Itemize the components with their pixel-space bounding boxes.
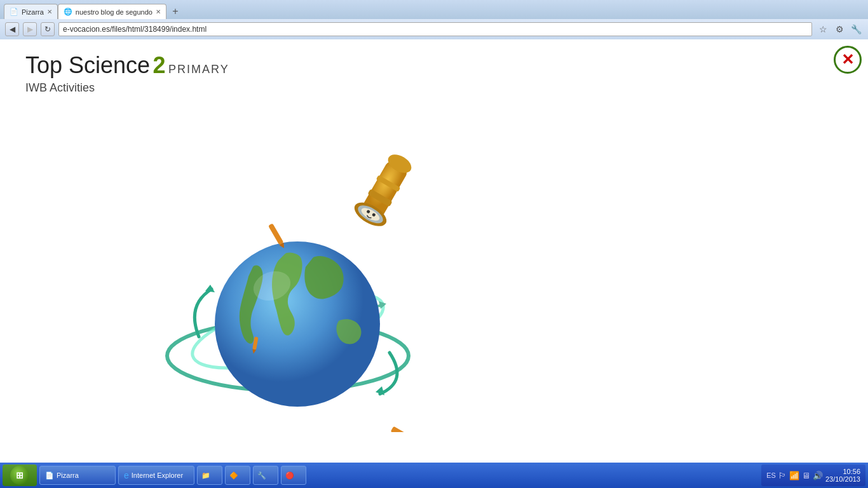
menu-item-4[interactable]: 4 Keeping healthy (601, 130, 849, 156)
menu-num-5: 5 (601, 158, 630, 184)
menu-label-11: Landscapes (630, 333, 849, 360)
right-panel: 1 You and me 2 Your body 3 Food 4 Keepin… (601, 39, 868, 482)
close-button[interactable]: ✕ (834, 46, 862, 74)
svg-rect-18 (391, 426, 416, 432)
menu-label-8: Animals (630, 245, 849, 272)
close-icon: ✕ (841, 51, 854, 69)
menu-item-13[interactable]: 13 Transport (601, 389, 849, 416)
taskbar-pizarra-icon: 📄 (45, 471, 54, 480)
taskbar-tray: ES 🏳 📶 🖥 🔊 10:56 23/10/2013 (761, 464, 865, 486)
title-sub: IWB Activities (25, 81, 229, 95)
tab-label: Pizarra (22, 8, 44, 16)
address-bar[interactable]: e-vocacion.es/files/html/318499/index.ht… (58, 22, 812, 36)
menu-item-11[interactable]: 11 Landscapes (601, 333, 849, 360)
menu-item-9[interactable]: 9 Other animals (601, 273, 849, 300)
taskbar-tool-icon: 🔧 (257, 471, 266, 480)
taskbar-media[interactable]: 🔶 (225, 466, 250, 485)
tab-close-2[interactable]: ✕ (156, 8, 161, 15)
menu-num-4: 4 (601, 130, 630, 156)
title-area: Top Science 2 PRIMARY IWB Activities (25, 52, 229, 95)
start-button[interactable]: ⊞ (3, 464, 37, 486)
menu-num-14: 14 (601, 417, 630, 444)
start-orb: ⊞ (10, 466, 29, 485)
menu-num-1: 1 (601, 46, 630, 72)
taskbar-folder[interactable]: 📁 (197, 466, 222, 485)
taskbar-chrome-icon: 🔴 (285, 471, 294, 480)
menu-label-3: Food (630, 102, 849, 128)
menu-item-1[interactable]: 1 You and me (601, 46, 849, 72)
menu-label-13: Transport (630, 389, 849, 416)
menu-label-5: Air and water (630, 158, 849, 184)
menu-label-9: Other animals (630, 273, 849, 300)
menu-item-5[interactable]: 5 Air and water (601, 158, 849, 184)
main-content: Top Science 2 PRIMARY IWB Activities (0, 39, 868, 482)
taskbar: ⊞ 📄 Pizarra e Internet Explorer 📁 🔶 🔧 🔴 … (0, 463, 868, 488)
menu-num-6: 6 (601, 189, 630, 216)
back-button[interactable]: ◀ (5, 22, 19, 36)
nav-icons: ☆ ⚙ 🔧 (816, 22, 863, 36)
taskbar-tool[interactable]: 🔧 (253, 466, 278, 485)
new-tab-button[interactable]: + (166, 4, 184, 19)
wrench-icon[interactable]: 🔧 (849, 22, 863, 36)
tray-time: 10:56 (825, 468, 860, 475)
menu-label-6: Planet Earth (630, 189, 849, 216)
taskbar-ie[interactable]: e Internet Explorer (118, 466, 194, 485)
address-text: e-vocacion.es/files/html/318499/index.ht… (63, 25, 207, 34)
menu-label-4: Keeping healthy (630, 130, 849, 156)
tab-favicon-2: 🌐 (64, 8, 72, 16)
svg-marker-2 (205, 285, 215, 292)
tray-clock: 10:56 23/10/2013 (825, 468, 860, 483)
tray-sound-icon: 🔊 (813, 471, 823, 480)
tray-date: 23/10/2013 (825, 475, 860, 483)
menu-item-3[interactable]: 3 Food (601, 102, 849, 128)
menu-item-12[interactable]: 12 Living together (601, 361, 849, 388)
menu-item-10[interactable]: 10 Plants (601, 301, 849, 328)
tab-label-2: nuestro blog de segundo (76, 8, 153, 16)
menu-item-7[interactable]: 7 Forces (601, 217, 849, 244)
tab-close-1[interactable]: ✕ (47, 8, 52, 15)
menu-item-14[interactable]: 14 Jobs (601, 417, 849, 444)
menu-item-2[interactable]: 2 Your body (601, 74, 849, 100)
taskbar-media-icon: 🔶 (229, 471, 238, 480)
tab-bar: 📄 Pizarra ✕ 🌐 nuestro blog de segundo ✕ … (0, 0, 868, 19)
tab-pizarra[interactable]: 📄 Pizarra ✕ (4, 4, 58, 19)
forward-button[interactable]: ▶ (23, 22, 37, 36)
menu-label-14: Jobs (630, 417, 849, 444)
taskbar-ie-icon: e (124, 470, 129, 480)
menu-item-8[interactable]: 8 Animals (601, 245, 849, 272)
menu-num-7: 7 (601, 217, 630, 244)
tray-display-icon: 🖥 (802, 471, 810, 480)
taskbar-folder-icon: 📁 (201, 471, 210, 480)
taskbar-pizarra[interactable]: 📄 Pizarra (39, 466, 116, 485)
menu-label-12: Living together (630, 361, 849, 388)
browser-chrome: 📄 Pizarra ✕ 🌐 nuestro blog de segundo ✕ … (0, 0, 868, 39)
menu-group-3: 11 Landscapes 12 Living together 13 Tran… (601, 333, 849, 471)
menu-num-3: 3 (601, 102, 630, 128)
menu-num-11: 11 (601, 333, 630, 360)
taskbar-pizarra-label: Pizarra (57, 471, 79, 479)
taskbar-chrome[interactable]: 🔴 (281, 466, 306, 485)
menu-list: 1 You and me 2 Your body 3 Food 4 Keepin… (601, 46, 849, 471)
menu-num-13: 13 (601, 389, 630, 416)
menu-label-2: Your body (630, 74, 849, 100)
menu-label-1: You and me (630, 46, 849, 72)
refresh-button[interactable]: ↻ (41, 22, 55, 36)
bookmark-icon[interactable]: ☆ (816, 22, 830, 36)
menu-num-2: 2 (601, 74, 630, 100)
tab-blog[interactable]: 🌐 nuestro blog de segundo ✕ (58, 4, 166, 19)
settings-icon[interactable]: ⚙ (832, 22, 846, 36)
title-text: Top Science (25, 52, 150, 78)
menu-item-6[interactable]: 6 Planet Earth (601, 189, 849, 216)
svg-rect-16 (268, 223, 283, 245)
title-number: 2 (153, 52, 166, 78)
tray-flag-icon: 🏳 (778, 471, 787, 480)
menu-label-7: Forces (630, 217, 849, 244)
menu-num-10: 10 (601, 301, 630, 328)
menu-num-8: 8 (601, 245, 630, 272)
menu-label-10: Plants (630, 301, 849, 328)
app-title-line: Top Science 2 PRIMARY (25, 52, 229, 79)
taskbar-ie-label: Internet Explorer (132, 471, 183, 479)
tray-lang: ES (766, 471, 776, 479)
menu-group-2: 6 Planet Earth 7 Forces 8 Animals 9 Othe… (601, 189, 849, 328)
tab-favicon: 📄 (10, 8, 18, 16)
